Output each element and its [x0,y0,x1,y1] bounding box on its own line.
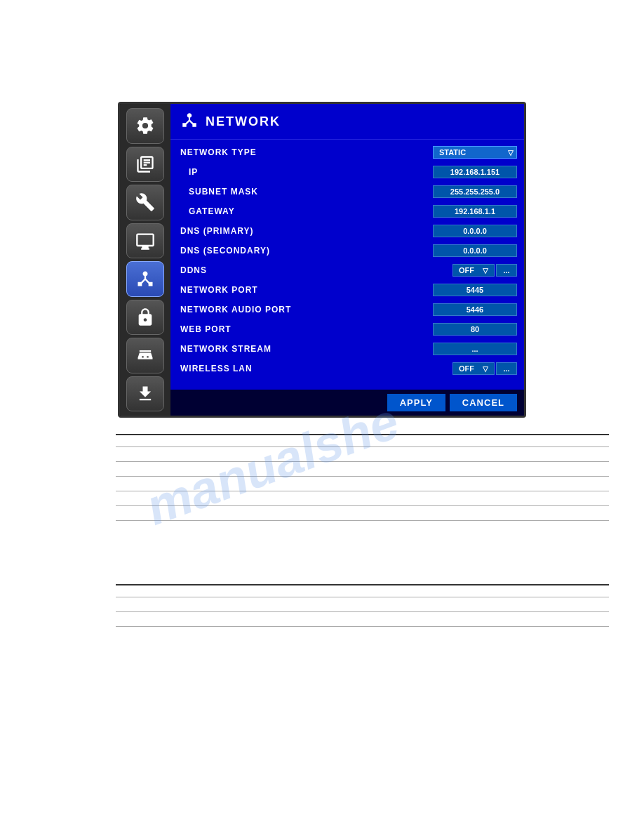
network-type-value[interactable]: STATIC ▽ [433,146,517,159]
main-content: NETWORK NETWORK TYPE STATIC ▽ IP 192.168… [170,104,524,416]
footer: APPLY CANCEL [170,390,524,416]
sidebar-item-network[interactable] [126,261,164,297]
sidebar-item-storage[interactable] [126,147,164,183]
dns-primary-label: DNS (PRIMARY) [180,226,433,236]
wireless-lan-split: OFF ▽ ... [452,362,517,375]
network-audio-port-label: NETWORK AUDIO PORT [180,305,433,315]
setting-row-gateway: GATEWAY 192.168.1.1 [170,201,524,221]
apply-button[interactable]: APPLY [387,394,445,411]
gateway-value[interactable]: 192.168.1.1 [433,205,517,218]
setting-row-network-audio-port: NETWORK AUDIO PORT 5446 [170,300,524,319]
separator-thin-9 [116,626,609,627]
setting-row-ddns: DDNS OFF ▽ ... [170,260,524,280]
setting-row-ip: IP 192.168.1.151 [170,162,524,182]
tools-icon [135,192,155,212]
ddns-arrow: ▽ [483,267,488,274]
web-port-value[interactable]: 80 [433,323,517,336]
settings-area: NETWORK TYPE STATIC ▽ IP 192.168.1.151 S… [170,140,524,390]
ui-panel: NETWORK NETWORK TYPE STATIC ▽ IP 192.168… [118,102,526,418]
network-stream-value[interactable]: ... [433,343,517,355]
storage-icon [135,154,155,174]
setting-row-wireless-lan: WIRELESS LAN OFF ▽ ... [170,359,524,378]
gear-icon [135,116,155,135]
lock-icon [135,307,155,327]
network-stream-label: NETWORK STREAM [180,344,433,354]
web-port-label: WEB PORT [180,324,433,334]
subnet-mask-value[interactable]: 255.255.255.0 [433,185,517,198]
dns-secondary-value[interactable]: 0.0.0.0 [433,244,517,257]
setting-row-network-port: NETWORK PORT 5445 [170,280,524,300]
wireless-lan-value[interactable]: OFF ▽ [452,362,495,375]
sidebar-item-lock[interactable] [126,300,164,336]
header-title: NETWORK [206,114,281,129]
dns-secondary-label: DNS (SECONDARY) [180,246,433,256]
setting-row-subnet-mask: SUBNET MASK 255.255.255.0 [170,182,524,201]
network-port-label: NETWORK PORT [180,285,433,295]
dns-primary-value[interactable]: 0.0.0.0 [433,225,517,237]
setting-row-web-port: WEB PORT 80 [170,319,524,339]
ddns-label: DDNS [180,265,452,275]
network-type-label: NETWORK TYPE [180,147,433,157]
sidebar-item-settings[interactable] [126,108,164,144]
setting-row-dns-primary: DNS (PRIMARY) 0.0.0.0 [170,221,524,241]
network-active-icon [135,269,155,289]
network-port-value[interactable]: 5445 [433,284,517,296]
sidebar [120,104,170,416]
subnet-mask-label: SUBNET MASK [189,187,433,197]
header-network-icon [180,111,199,132]
ip-label: IP [189,167,433,177]
setting-row-network-type: NETWORK TYPE STATIC ▽ [170,143,524,162]
network-type-arrow: ▽ [508,149,514,157]
wireless-lan-more-button[interactable]: ... [496,362,517,375]
sidebar-item-display[interactable] [126,223,164,259]
below-content [116,428,609,627]
sidebar-item-hdd[interactable] [126,338,164,373]
display-icon [135,231,155,251]
gateway-label: GATEWAY [189,206,433,216]
setting-row-dns-secondary: DNS (SECONDARY) 0.0.0.0 [170,241,524,260]
sidebar-item-tools[interactable] [126,185,164,220]
ddns-split: OFF ▽ ... [452,264,517,277]
wireless-lan-label: WIRELESS LAN [180,364,452,373]
download-icon [135,384,155,404]
setting-row-network-stream: NETWORK STREAM ... [170,339,524,359]
cancel-button[interactable]: CANCEL [450,394,517,411]
network-header: NETWORK [170,104,524,140]
wireless-lan-arrow: ▽ [483,365,488,373]
hdd-icon [135,345,155,365]
ddns-value[interactable]: OFF ▽ [452,264,495,277]
network-audio-port-value[interactable]: 5446 [433,303,517,316]
ddns-more-button[interactable]: ... [496,264,517,277]
sidebar-item-download[interactable] [126,376,164,412]
ip-value[interactable]: 192.168.1.151 [433,166,517,178]
